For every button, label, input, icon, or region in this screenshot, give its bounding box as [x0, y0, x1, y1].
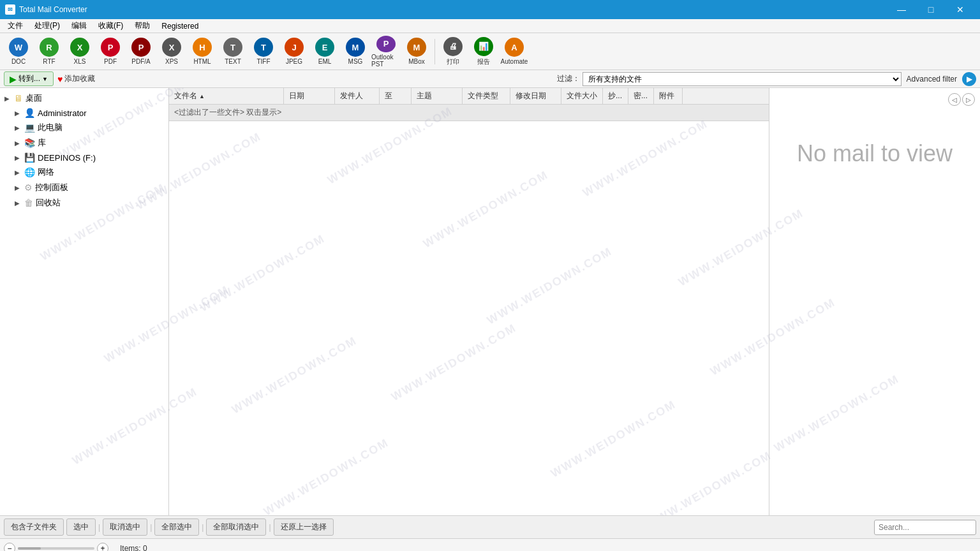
play-filter-button[interactable]: ▶ — [962, 72, 976, 86]
window-controls: — □ ✕ — [887, 0, 975, 19]
items-label-text: Items: — [120, 544, 141, 552]
tool-tiff[interactable]: T TIFF — [249, 36, 278, 68]
tool-xls[interactable]: X XLS — [65, 36, 94, 68]
tool-rtf-label: RTF — [43, 58, 55, 65]
preview-next-button[interactable]: ▷ — [962, 93, 975, 106]
menu-process[interactable]: 处理(P) — [29, 19, 65, 33]
menu-edit[interactable]: 编辑 — [66, 19, 92, 33]
action-sep-2: | — [150, 523, 152, 532]
tree-item-network[interactable]: ▶ 🌐 网络 — [0, 165, 168, 180]
tool-eml[interactable]: E EML — [310, 36, 339, 68]
tree-item-admin[interactable]: ▶ 👤 Administrator — [0, 106, 168, 120]
preview-prev-button[interactable]: ◁ — [948, 93, 961, 106]
col-sender-label: 发件人 — [340, 91, 363, 101]
zoom-in-button[interactable]: + — [97, 543, 108, 552]
minimize-button[interactable]: — — [887, 0, 916, 19]
file-filter-row[interactable]: <过滤出了一些文件> 双击显示> — [169, 105, 769, 121]
tool-rtf[interactable]: R RTF — [34, 36, 64, 68]
tool-mbox-label: MBox — [408, 58, 425, 65]
tree-item-library[interactable]: ▶ 📚 库 — [0, 135, 168, 151]
controlpanel-icon: ⚙ — [24, 182, 33, 193]
tool-jpeg[interactable]: J JPEG — [279, 36, 309, 68]
col-cc[interactable]: 抄... — [603, 88, 628, 104]
report-icon: 📊 — [474, 37, 493, 56]
filter-select[interactable]: 所有支持的文件 — [583, 72, 902, 86]
menu-help[interactable]: 帮助 — [130, 19, 155, 33]
action-sep-1: | — [98, 523, 100, 532]
zoom-slider[interactable] — [18, 547, 94, 550]
tree-item-deepinos[interactable]: ▶ 💾 DEEPINOS (F:) — [0, 151, 168, 165]
deselect-button[interactable]: 取消选中 — [103, 518, 147, 536]
deselect-all-button[interactable]: 全部取消选中 — [206, 518, 266, 536]
menu-file[interactable]: 文件 — [3, 19, 28, 33]
menu-bar: 文件 处理(P) 编辑 收藏(F) 帮助 Registered — [0, 19, 980, 33]
tree-item-recycle[interactable]: ▶ 🗑 回收站 — [0, 195, 168, 210]
tree-label-admin: Administrator — [38, 108, 87, 118]
restore-selection-button[interactable]: 还原上一选择 — [274, 518, 334, 536]
tool-print[interactable]: 🖨 打印 — [438, 36, 468, 68]
col-subject[interactable]: 主题 — [412, 88, 463, 104]
advanced-filter-button[interactable]: Advanced filter — [904, 75, 960, 84]
tree-item-desktop[interactable]: ▶ 🖥 桌面 — [0, 91, 168, 106]
tool-pdfa[interactable]: P PDF/A — [126, 36, 156, 68]
tree-item-controlpanel[interactable]: ▶ ⚙ 控制面板 — [0, 180, 168, 195]
tree-label-library: 库 — [38, 137, 46, 149]
action-sep-3: | — [202, 523, 204, 532]
col-sender[interactable]: 发件人 — [335, 88, 380, 104]
add-favorite-button[interactable]: ♥ 添加收藏 — [57, 73, 95, 84]
col-attach[interactable]: 附件 — [654, 88, 683, 104]
col-filetype[interactable]: 文件类型 — [463, 88, 510, 104]
tool-text[interactable]: T TEXT — [218, 36, 248, 68]
convert-button[interactable]: ▶ 转到... ▼ — [4, 71, 54, 86]
col-date[interactable]: 日期 — [284, 88, 335, 104]
tool-xps[interactable]: X XPS — [157, 36, 186, 68]
tool-xps-label: XPS — [165, 58, 178, 65]
col-filename[interactable]: 文件名 ▲ — [169, 88, 284, 104]
tool-mbox[interactable]: M MBox — [402, 36, 431, 68]
tool-report-label: 报告 — [477, 57, 490, 66]
menu-registered[interactable]: Registered — [156, 20, 204, 32]
tool-doc-label: DOC — [11, 58, 26, 65]
tool-report[interactable]: 📊 报告 — [469, 36, 498, 68]
tree-item-thispc[interactable]: ▶ 💻 此电脑 — [0, 120, 168, 135]
toolbar: W DOC R RTF X XLS P PDF P PDF/A X XPS H … — [0, 33, 980, 70]
tool-automate-label: Automate — [501, 58, 528, 65]
title-bar: ✉ Total Mail Converter — □ ✕ — [0, 0, 980, 19]
file-list-panel: 文件名 ▲ 日期 发件人 至 主题 文件类型 修改日期 文件大小 — [169, 88, 769, 515]
bottom-bar: − + Items: 0 — [0, 538, 980, 551]
xps-icon: X — [162, 38, 181, 57]
html-icon: H — [193, 38, 212, 57]
doc-icon: W — [9, 38, 28, 57]
no-mail-message: No mail to view — [797, 139, 953, 169]
select-button[interactable]: 选中 — [66, 518, 96, 536]
pst-icon: P — [376, 36, 396, 52]
maximize-button[interactable]: □ — [916, 0, 946, 19]
col-subject-label: 主题 — [417, 91, 432, 101]
col-to[interactable]: 至 — [380, 88, 412, 104]
menu-favorites[interactable]: 收藏(F) — [93, 19, 128, 33]
include-subfolders-button[interactable]: 包含子文件夹 — [4, 518, 64, 536]
tool-automate[interactable]: A Automate — [500, 36, 529, 68]
tool-html-label: HTML — [193, 58, 211, 65]
select-all-button[interactable]: 全部选中 — [154, 518, 199, 536]
close-button[interactable]: ✕ — [946, 0, 975, 19]
zoom-out-button[interactable]: − — [4, 543, 15, 552]
col-filesize[interactable]: 文件大小 — [561, 88, 603, 104]
search-input[interactable] — [874, 520, 976, 535]
col-secret-label: 密... — [634, 91, 648, 101]
tool-pst[interactable]: P Outlook PST — [371, 36, 401, 68]
expand-icon: ▶ — [13, 183, 22, 192]
tool-msg[interactable]: M MSG — [341, 36, 370, 68]
tool-doc[interactable]: W DOC — [4, 36, 33, 68]
col-moddate[interactable]: 修改日期 — [510, 88, 561, 104]
tool-pdf[interactable]: P PDF — [96, 36, 125, 68]
tool-tiff-label: TIFF — [256, 58, 270, 65]
tool-html[interactable]: H HTML — [188, 36, 217, 68]
col-secret[interactable]: 密... — [628, 88, 654, 104]
tool-text-label: TEXT — [225, 58, 241, 65]
action-bar: 包含子文件夹 选中 | 取消选中 | 全部选中 | 全部取消选中 | 还原上一选… — [0, 515, 980, 538]
col-filetype-label: 文件类型 — [468, 91, 498, 101]
desktop-folder-icon: 🖥 — [14, 93, 23, 103]
tree-label-desktop: 桌面 — [26, 92, 42, 104]
col-moddate-label: 修改日期 — [516, 91, 546, 101]
